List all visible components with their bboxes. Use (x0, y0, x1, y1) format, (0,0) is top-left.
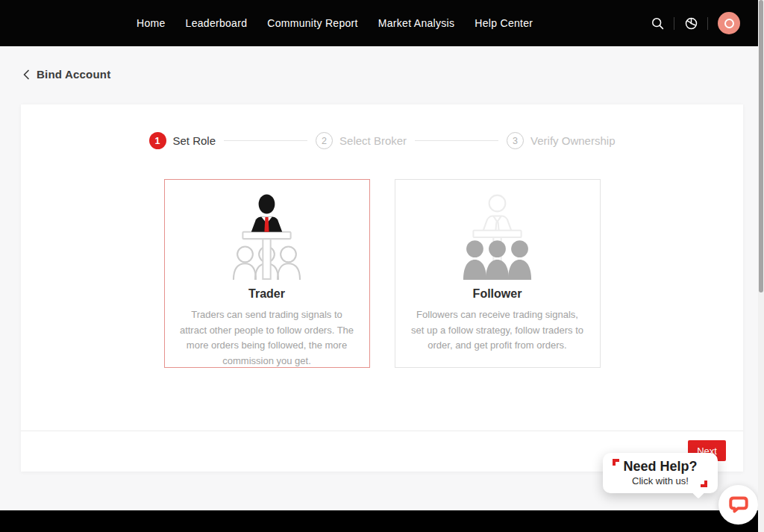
breadcrumb-back-link[interactable]: Bind Account (22, 68, 110, 81)
step-2-circle: 2 (316, 132, 333, 149)
step-1-label: Set Role (173, 134, 216, 147)
vertical-scrollbar-thumb[interactable] (759, 0, 763, 292)
red-corner-bracket-icon (701, 481, 707, 487)
role-title: Trader (179, 287, 355, 301)
bind-account-card: 1 Set Role 2 Select Broker 3 Verify Owne… (21, 104, 743, 472)
nav-item-community-report[interactable]: Community Report (267, 17, 358, 29)
step-set-role: 1 Set Role (149, 132, 216, 149)
back-chevron-icon (22, 69, 30, 81)
avatar[interactable] (718, 12, 740, 34)
page-title: Bind Account (37, 68, 110, 81)
role-title: Follower (410, 287, 586, 301)
step-select-broker: 2 Select Broker (316, 132, 407, 149)
role-card-follower[interactable]: Follower Followers can receive trading s… (395, 179, 601, 368)
step-2-label: Select Broker (339, 134, 407, 147)
globe-icon[interactable] (684, 16, 698, 30)
livechat-launcher-button[interactable] (718, 485, 758, 525)
livechat-bubble-icon (729, 496, 748, 514)
card-footer-divider (21, 431, 743, 431)
help-title: Need Help? (623, 460, 697, 475)
nav-right-controls (651, 12, 740, 34)
vertical-scrollbar-track[interactable] (758, 0, 764, 532)
red-corner-bracket-icon (613, 459, 619, 466)
nav-divider (674, 17, 674, 30)
role-description: Traders can send trading signals to attr… (179, 307, 355, 369)
nav-divider (707, 17, 708, 30)
nav-item-home[interactable]: Home (137, 17, 166, 29)
avatar-ring-icon (724, 19, 734, 28)
trader-icon (179, 193, 355, 280)
footer-bar (0, 510, 764, 532)
role-description: Followers can receive trading signals, s… (410, 307, 586, 354)
nav-item-leaderboard[interactable]: Leaderboard (186, 17, 248, 29)
need-help-tooltip[interactable]: Need Help? Click with us! (603, 453, 718, 493)
stepper-connector (224, 140, 307, 141)
nav-menu: Home Leaderboard Community Report Market… (137, 17, 533, 29)
search-icon[interactable] (651, 16, 664, 30)
follower-icon (410, 193, 586, 280)
top-navigation-bar: Home Leaderboard Community Report Market… (0, 0, 764, 46)
nav-item-help-center[interactable]: Help Center (475, 17, 533, 29)
step-1-circle: 1 (149, 132, 166, 149)
step-verify-ownership: 3 Verify Ownership (507, 132, 615, 149)
wizard-stepper: 1 Set Role 2 Select Broker 3 Verify Owne… (21, 132, 743, 149)
nav-item-market-analysis[interactable]: Market Analysis (378, 17, 455, 29)
step-3-label: Verify Ownership (530, 134, 615, 147)
role-card-trader[interactable]: Trader Traders can send trading signals … (164, 179, 370, 368)
step-3-circle: 3 (507, 132, 524, 149)
help-subtitle: Click with us! (632, 475, 689, 486)
role-selection-row: Trader Traders can send trading signals … (21, 179, 743, 368)
stepper-connector (415, 140, 498, 141)
